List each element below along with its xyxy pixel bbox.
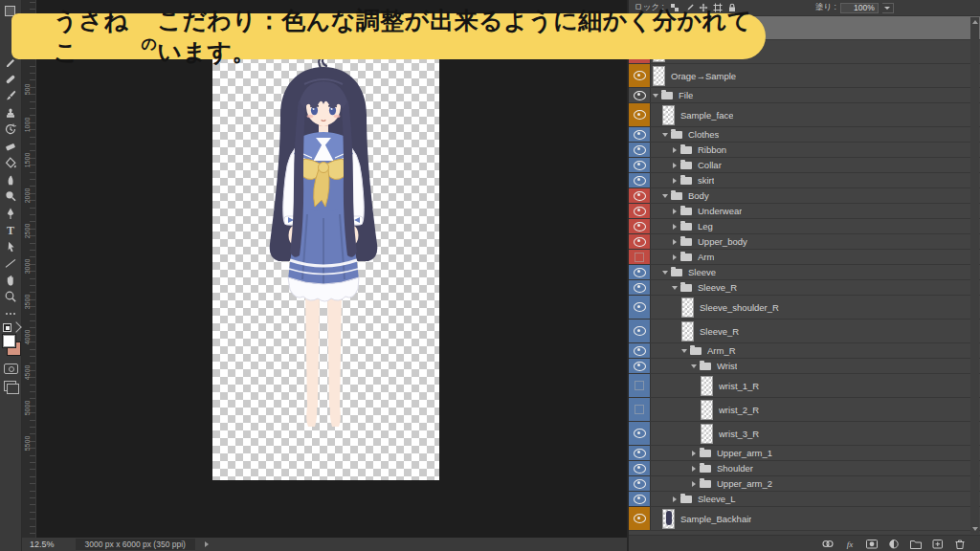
foreground-color-swatch[interactable] (2, 334, 16, 348)
group-row[interactable]: Arm (629, 250, 980, 265)
group-row[interactable]: Underwear (629, 204, 980, 219)
chevron-icon[interactable] (673, 147, 677, 153)
chevron-icon[interactable] (673, 178, 677, 184)
visibility-toggle[interactable] (629, 296, 651, 319)
layer-row[interactable]: Sleeve_shoulder_R (629, 296, 980, 320)
clone-stamp-tool-icon[interactable] (3, 106, 18, 120)
visibility-toggle[interactable] (629, 219, 651, 233)
chevron-icon[interactable] (673, 254, 677, 260)
group-row[interactable]: Sleeve (629, 265, 980, 280)
chevron-icon[interactable] (672, 286, 678, 290)
more-tools-tool-icon[interactable] (3, 307, 18, 320)
visibility-toggle[interactable] (629, 250, 651, 264)
chevron-icon[interactable] (692, 466, 696, 472)
chevron-icon[interactable] (673, 496, 677, 502)
layer-row[interactable]: wrist_3_R (629, 422, 980, 446)
layer-mask-icon[interactable] (865, 538, 879, 550)
pen-tool-icon[interactable] (3, 207, 18, 220)
visibility-toggle[interactable] (629, 422, 651, 445)
visibility-toggle[interactable] (629, 158, 651, 172)
visibility-toggle[interactable] (629, 446, 651, 460)
zoom-tool-icon[interactable] (3, 290, 18, 303)
type-tool-icon[interactable]: T (3, 223, 18, 236)
group-row[interactable]: Sleeve_R (629, 280, 980, 296)
chevron-icon[interactable] (653, 94, 658, 98)
scroll-down-icon[interactable] (972, 527, 978, 531)
paint-bucket-tool-icon[interactable] (3, 156, 18, 169)
chevron-icon[interactable] (673, 209, 677, 214)
visibility-toggle[interactable] (629, 476, 651, 491)
chevron-icon[interactable] (673, 163, 677, 168)
visibility-toggle[interactable] (629, 359, 651, 373)
visibility-toggle[interactable] (629, 461, 651, 475)
spot-healing-brush-tool-icon[interactable] (3, 73, 18, 86)
group-row[interactable]: Wrist (629, 359, 980, 374)
delete-layer-icon[interactable] (953, 538, 967, 550)
group-row[interactable]: Upper_arm_1 (629, 446, 980, 461)
hand-tool-icon[interactable] (3, 274, 18, 287)
layer-row[interactable]: Sample_Backhair (629, 507, 980, 531)
vertical-ruler[interactable]: 5001000150020002500300035004000450050005… (22, 0, 36, 538)
visibility-toggle[interactable] (629, 280, 651, 295)
chevron-icon[interactable] (662, 271, 668, 275)
group-row[interactable]: File (629, 88, 980, 103)
visibility-toggle[interactable] (629, 127, 651, 142)
group-row[interactable]: Shoulder (629, 461, 980, 476)
eraser-tool-icon[interactable] (3, 140, 18, 153)
visibility-toggle[interactable] (629, 88, 651, 102)
swap-colors-icon[interactable] (11, 321, 21, 332)
visibility-toggle[interactable] (629, 507, 651, 530)
visibility-toggle[interactable] (629, 343, 651, 358)
line-tool-icon[interactable] (3, 256, 18, 270)
default-colors-icon[interactable] (3, 323, 11, 332)
layer-row[interactable]: Sleeve_R (629, 320, 980, 343)
group-row[interactable]: Upper_arm_2 (629, 476, 980, 492)
group-row[interactable]: Ribbon (629, 143, 980, 158)
visibility-toggle[interactable] (629, 374, 651, 397)
chevron-icon[interactable] (662, 133, 668, 137)
visibility-toggle[interactable] (629, 234, 651, 249)
group-row[interactable]: Clothes (629, 127, 980, 143)
new-layer-icon[interactable] (931, 538, 945, 550)
visibility-toggle[interactable] (629, 265, 651, 279)
history-brush-tool-icon[interactable] (3, 122, 18, 136)
layer-row[interactable]: wrist_1_R (629, 374, 980, 398)
adjustment-layer-icon[interactable] (887, 538, 901, 550)
document-canvas[interactable] (212, 55, 439, 480)
layer-row[interactable]: Sample_face (629, 103, 980, 127)
group-row[interactable]: Upper_body (629, 234, 980, 250)
group-row[interactable]: skirt (629, 173, 980, 188)
visibility-toggle[interactable] (629, 188, 651, 203)
group-row[interactable]: Leg (629, 219, 980, 234)
chevron-icon[interactable] (681, 349, 687, 353)
brush-tool-icon[interactable] (3, 89, 18, 102)
visibility-toggle[interactable] (629, 398, 651, 421)
screen-mode-icon[interactable] (4, 381, 16, 391)
chevron-icon[interactable] (692, 481, 696, 487)
path-selection-tool-icon[interactable] (3, 240, 18, 253)
chevron-icon[interactable] (692, 451, 696, 456)
status-menu-arrow-icon[interactable] (205, 541, 209, 547)
layer-effects-icon[interactable]: fx (843, 538, 857, 550)
chevron-icon[interactable] (673, 239, 677, 245)
group-row[interactable]: Sleeve_L (629, 492, 980, 507)
chevron-icon[interactable] (691, 364, 697, 368)
layer-row[interactable]: wrist_2_R (629, 398, 980, 422)
link-layers-icon[interactable] (821, 538, 835, 550)
chevron-icon[interactable] (662, 194, 668, 198)
visibility-toggle[interactable] (629, 204, 651, 218)
chevron-icon[interactable] (673, 224, 677, 230)
visibility-toggle[interactable] (629, 320, 651, 342)
visibility-toggle[interactable] (629, 143, 651, 157)
dodge-tool-icon[interactable] (3, 189, 18, 203)
scroll-up-icon[interactable] (972, 20, 978, 24)
fill-opacity-field[interactable]: 100% (840, 3, 879, 13)
visibility-toggle[interactable] (629, 492, 651, 506)
zoom-level-field[interactable]: 12.5% (30, 540, 55, 549)
visibility-toggle[interactable] (629, 173, 651, 187)
group-row[interactable]: Body (629, 188, 980, 204)
group-row[interactable]: Arm_R (629, 343, 980, 359)
smudge-tool-icon[interactable] (3, 173, 18, 187)
layers-scrollbar[interactable] (970, 17, 979, 534)
group-row[interactable]: Collar (629, 158, 980, 173)
